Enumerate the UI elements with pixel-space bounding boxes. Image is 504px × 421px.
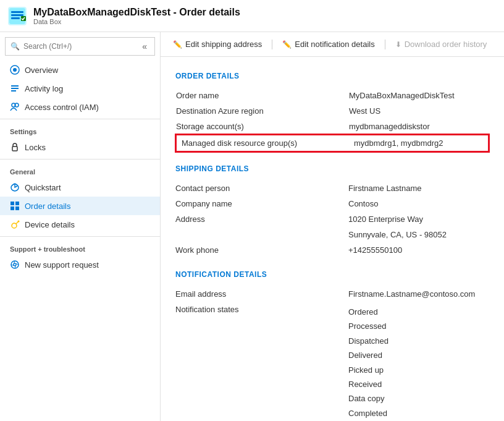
- sidebar-item-device-details[interactable]: Device details: [0, 215, 160, 234]
- sidebar-item-access-control-label: Access control (IAM): [25, 103, 99, 112]
- sidebar-item-activity-log[interactable]: Activity log: [0, 79, 160, 98]
- section-general-label: General: [0, 162, 160, 178]
- sidebar-item-order-details-label: Order details: [25, 202, 70, 211]
- sidebar-item-device-details-label: Device details: [25, 220, 75, 229]
- sidebar: 🔍 « Overview Activity log Access control…: [0, 32, 161, 421]
- field-value: Firstname.Lastname@contoso.com: [348, 286, 489, 302]
- svg-rect-14: [10, 202, 14, 205]
- table-row: Address 1020 Enterprise Way: [175, 211, 489, 227]
- search-box[interactable]: 🔍 «: [5, 37, 155, 56]
- activity-log-icon: [10, 83, 20, 93]
- sidebar-item-activity-log-label: Activity log: [25, 84, 63, 93]
- field-label: Company name: [175, 196, 348, 211]
- main-layout: 🔍 « Overview Activity log Access control…: [0, 32, 504, 421]
- sidebar-item-locks-label: Locks: [25, 143, 46, 152]
- sidebar-item-new-support-label: New support request: [25, 260, 99, 270]
- notification-details-table: Email address Firstname.Lastname@contoso…: [175, 286, 489, 421]
- download-history-label: Download order history: [405, 40, 487, 49]
- field-value: Sunnyvale, CA, US - 98052: [348, 227, 489, 242]
- shipping-details-section-title: SHIPPING DETAILS: [175, 164, 489, 173]
- field-value: Contoso: [348, 196, 489, 211]
- field-label: Notification states: [175, 302, 348, 421]
- shipping-details-table: Contact person Firstname Lastname Compan…: [175, 181, 489, 258]
- notification-states-values: Ordered Processed Dispatched Delivered P…: [348, 302, 489, 421]
- svg-rect-2: [11, 11, 23, 13]
- overview-icon: [10, 65, 20, 75]
- field-label: [175, 227, 348, 242]
- svg-point-21: [14, 263, 16, 266]
- quickstart-icon: [10, 182, 20, 192]
- content-area: ORDER DETAILS Order name MyDataBoxManage…: [161, 57, 504, 421]
- divider-3: [0, 236, 160, 237]
- field-label: Address: [175, 211, 348, 227]
- svg-rect-3: [11, 14, 23, 16]
- divider-2: [0, 159, 160, 159]
- notification-states-list: Ordered Processed Dispatched Delivered P…: [348, 305, 489, 421]
- table-row: Sunnyvale, CA, US - 98052: [175, 227, 489, 242]
- sidebar-item-quickstart-label: Quickstart: [25, 183, 61, 192]
- app-icon: [7, 6, 27, 26]
- notif-state-datacopy: Data copy: [348, 391, 489, 406]
- main-content: ✏️ Edit shipping address ✏️ Edit notific…: [161, 32, 504, 421]
- toolbar-divider-2: [385, 40, 385, 49]
- toolbar-divider-1: [272, 40, 272, 49]
- notif-state-dispatched: Dispatched: [348, 334, 489, 348]
- field-value: mydbmanageddiskstor: [349, 119, 489, 135]
- page-header: MyDataBoxManagedDiskTest - Order details…: [0, 0, 504, 32]
- order-details-table: Order name MyDataBoxManagedDiskTest Dest…: [175, 88, 489, 152]
- edit-shipping-button[interactable]: ✏️ Edit shipping address: [173, 37, 262, 51]
- notification-details-section-title: NOTIFICATION DETAILS: [175, 270, 489, 279]
- pencil-icon-notification: ✏️: [282, 40, 292, 49]
- field-value: mydbmdrg1, mydbmdrg2: [349, 135, 489, 151]
- search-input[interactable]: [23, 42, 140, 51]
- svg-rect-10: [11, 90, 16, 91]
- table-row: Storage account(s) mydbmanageddiskstor: [176, 119, 489, 135]
- sidebar-item-quickstart[interactable]: Quickstart: [0, 178, 160, 197]
- sidebar-item-overview-label: Overview: [25, 66, 58, 75]
- section-settings-label: Settings: [0, 122, 160, 138]
- edit-notification-label: Edit notification details: [295, 40, 374, 49]
- support-icon: [10, 260, 20, 270]
- svg-rect-4: [11, 17, 20, 19]
- download-history-button[interactable]: ⬇ Download order history: [395, 37, 487, 51]
- table-row: Destination Azure region West US: [176, 103, 489, 119]
- table-row: Order name MyDataBoxManagedDiskTest: [176, 88, 489, 103]
- field-label: Work phone: [175, 242, 348, 258]
- field-label: Storage account(s): [176, 119, 349, 135]
- edit-shipping-label: Edit shipping address: [185, 40, 262, 49]
- svg-point-19: [18, 221, 20, 223]
- field-label: Managed disk resource group(s): [176, 135, 349, 151]
- svg-rect-9: [11, 88, 19, 89]
- notif-state-delivered: Delivered: [348, 348, 489, 362]
- notif-state-completed: Completed: [348, 406, 489, 420]
- sidebar-item-locks[interactable]: Locks: [0, 138, 160, 156]
- sidebar-item-new-support[interactable]: New support request: [0, 255, 160, 274]
- notif-state-processed: Processed: [348, 319, 489, 333]
- field-value: +14255550100: [348, 242, 489, 258]
- section-support-label: Support + troubleshoot: [0, 239, 160, 255]
- field-label: Order name: [176, 88, 349, 103]
- pencil-icon-shipping: ✏️: [173, 40, 182, 49]
- order-details-section-title: ORDER DETAILS: [175, 72, 489, 80]
- notif-state-received: Received: [348, 377, 489, 391]
- table-row: Email address Firstname.Lastname@contoso…: [175, 286, 489, 302]
- sidebar-item-access-control[interactable]: Access control (IAM): [0, 98, 160, 116]
- collapse-button[interactable]: «: [140, 40, 149, 53]
- field-label: Contact person: [175, 181, 348, 196]
- svg-rect-13: [12, 147, 17, 151]
- device-details-icon: [10, 219, 20, 229]
- sidebar-item-order-details[interactable]: Order details: [0, 197, 160, 215]
- access-control-icon: [10, 102, 20, 112]
- svg-point-20: [11, 261, 19, 268]
- svg-rect-17: [15, 206, 19, 210]
- lock-icon: [10, 142, 20, 152]
- field-label: Destination Azure region: [176, 103, 349, 119]
- field-value: Firstname Lastname: [348, 181, 489, 196]
- edit-notification-button[interactable]: ✏️ Edit notification details: [282, 37, 374, 51]
- table-row: Contact person Firstname Lastname: [175, 181, 489, 196]
- toolbar: ✏️ Edit shipping address ✏️ Edit notific…: [161, 32, 504, 57]
- header-text-block: MyDataBoxManagedDiskTest - Order details…: [33, 7, 240, 25]
- notif-state-ordered: Ordered: [348, 305, 489, 319]
- sidebar-item-overview[interactable]: Overview: [0, 61, 160, 79]
- highlighted-row-managed-disk: Managed disk resource group(s) mydbmdrg1…: [176, 135, 489, 151]
